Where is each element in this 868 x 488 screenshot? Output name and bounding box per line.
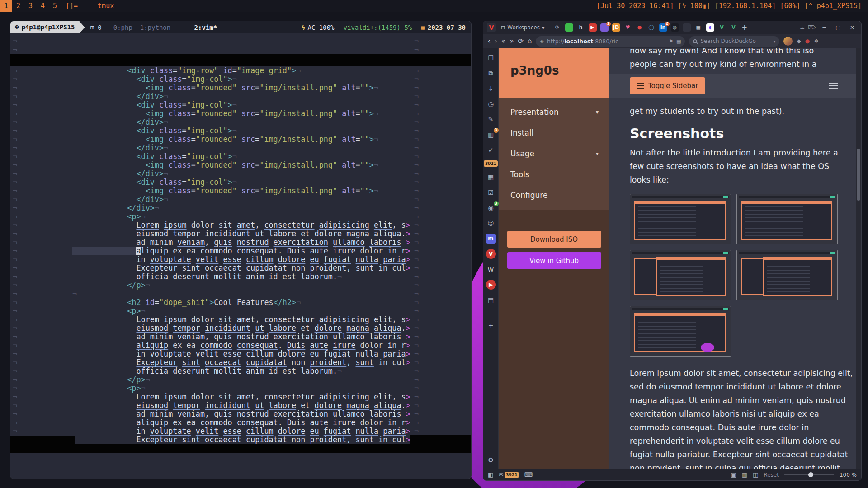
- sidebar-item-configure[interactable]: Configure: [499, 185, 609, 206]
- add-panel-icon[interactable]: +: [486, 320, 496, 330]
- tab-sync[interactable]: ⟳: [553, 23, 561, 32]
- mastodon-panel-icon[interactable]: m: [486, 234, 496, 244]
- screenshot-thumbnail[interactable]: [736, 250, 838, 300]
- settings-icon[interactable]: ⚙: [486, 455, 496, 465]
- youtube-panel-icon[interactable]: ▶: [486, 280, 496, 290]
- workspace-5[interactable]: 5: [49, 0, 61, 12]
- download-iso-button[interactable]: Download ISO: [507, 231, 601, 248]
- rewind-button[interactable]: «: [501, 37, 505, 45]
- zoom-reset-button[interactable]: Reset: [764, 472, 779, 478]
- vivaldi-social-panel-icon[interactable]: V: [486, 249, 496, 259]
- vivaldi-menu-button[interactable]: V: [487, 23, 496, 32]
- tab-orange-app[interactable]: jD: [612, 23, 620, 32]
- close-button[interactable]: ✕: [847, 24, 858, 31]
- fast-forward-button[interactable]: »: [509, 37, 514, 45]
- sync-icon[interactable]: ☁: [799, 24, 805, 31]
- zoom-slider[interactable]: [784, 474, 834, 475]
- url-path: :8080/ric: [593, 38, 618, 45]
- home-button[interactable]: ⌂: [528, 37, 532, 45]
- calendar-panel-icon[interactable]: ▦: [486, 172, 496, 182]
- menu-icon[interactable]: [829, 83, 838, 89]
- workspace-3[interactable]: 3: [24, 0, 37, 12]
- screenshot-thumbnail[interactable]: [630, 306, 731, 357]
- layout-indicator[interactable]: []=: [66, 2, 78, 10]
- mail-unread-count: 3921: [505, 472, 519, 478]
- capture-icon[interactable]: ▣: [731, 471, 736, 478]
- minimize-button[interactable]: ─: [819, 24, 830, 31]
- screenshot-thumbnail[interactable]: [630, 250, 731, 300]
- tab-vim-1[interactable]: V: [718, 23, 726, 32]
- profile-avatar[interactable]: [783, 37, 793, 46]
- site-permissions-icon[interactable]: ◈: [540, 38, 543, 44]
- page-scrollbar[interactable]: [856, 48, 861, 469]
- workspace-4[interactable]: 4: [37, 0, 49, 12]
- tab-blue-ring[interactable]: ◯: [647, 23, 656, 32]
- extension-icon-2[interactable]: ●: [805, 38, 810, 44]
- panel-toggle-icon[interactable]: ◧: [488, 471, 493, 478]
- reader-view-icon[interactable]: ▤: [676, 38, 681, 44]
- reload-button[interactable]: ⟳: [518, 37, 524, 45]
- sidebar-item-tools[interactable]: Tools: [499, 164, 609, 185]
- tasks-panel-icon[interactable]: ✓: [486, 145, 496, 155]
- notes-panel-icon[interactable]: ✎: [486, 114, 496, 124]
- tab-purple-app[interactable]: 1: [600, 23, 609, 32]
- wikipedia-panel-icon[interactable]: W: [486, 264, 496, 274]
- zoom-slider-knob[interactable]: [808, 472, 813, 477]
- screenshot-thumbnail[interactable]: [630, 194, 731, 244]
- workspace-1[interactable]: 1: [0, 0, 12, 12]
- sidebar-item-presentation[interactable]: Presentation▾: [499, 102, 609, 122]
- search-engine-dropdown-icon[interactable]: ▾: [773, 39, 775, 44]
- windows-panel-icon[interactable]: ⧉: [486, 68, 496, 78]
- tab-green-app[interactable]: [565, 23, 573, 32]
- toggle-sidebar-button[interactable]: Toggle Sidebar: [630, 77, 705, 94]
- maximize-button[interactable]: ▢: [833, 24, 844, 31]
- tab-red-dot[interactable]: ●: [636, 23, 644, 32]
- screenshot-thumbnail[interactable]: [736, 194, 838, 244]
- extension-icon-1[interactable]: ◆: [797, 38, 801, 44]
- workspace-2[interactable]: 2: [12, 0, 24, 12]
- mail-status[interactable]: ✉3921: [499, 472, 519, 478]
- scrollbar-thumb[interactable]: [857, 149, 860, 201]
- tmux-window-active[interactable]: 2:vim*: [194, 24, 217, 31]
- forward-button[interactable]: ›: [495, 37, 497, 45]
- extensions-button[interactable]: ❖: [814, 38, 819, 44]
- workspaces-button[interactable]: ⊡Workspaces▾: [499, 24, 547, 31]
- view-in-github-button[interactable]: View in Github: [507, 252, 601, 269]
- bookmarks-panel-icon[interactable]: ❐: [486, 53, 496, 63]
- trash-icon[interactable]: ⌦: [808, 24, 816, 31]
- downloads-panel-icon[interactable]: ↓: [486, 84, 496, 94]
- checklist-panel-icon[interactable]: ☑: [486, 188, 496, 197]
- new-tab-button[interactable]: +: [742, 23, 748, 32]
- tab-red-video[interactable]: ▶: [589, 23, 597, 32]
- tab-h[interactable]: h: [577, 23, 585, 32]
- tab-badge: 1: [606, 22, 611, 26]
- site-sidebar: p3ng0s Presentation▾InstallUsage▾ToolsCo…: [499, 48, 609, 469]
- history-panel-icon[interactable]: ◷: [486, 99, 496, 109]
- images-toggle-icon[interactable]: ▥: [742, 471, 747, 478]
- reading-list-panel-icon[interactable]: ▥3: [486, 130, 496, 140]
- tab-heart[interactable]: ♥: [624, 23, 632, 32]
- web-panel-icon[interactable]: ▤: [486, 295, 496, 305]
- tab-dark-1[interactable]: ◍: [671, 23, 679, 32]
- terminal-window[interactable]: ☻p4p1@p4p1XPS15 ⊞ 0 0:php 1:python- 2:vi…: [10, 21, 472, 479]
- feeds-panel-icon[interactable]: ◉3: [486, 203, 496, 213]
- vim-buffer[interactable]: ¬¬¬¬¬ <div class="img-row" id="image gri…: [10, 33, 471, 444]
- sidebar-item-usage[interactable]: Usage▾: [499, 143, 609, 164]
- bookmark-flag-icon[interactable]: ⚑: [669, 38, 673, 44]
- vim-line: ¬ <div class="img-col">¬¬: [10, 178, 471, 187]
- keyboard-icon[interactable]: ⌨: [524, 471, 533, 478]
- address-bar[interactable]: ◈ http://localhost:8080/ric ⚑ ▤: [536, 36, 685, 47]
- tmux-windows-inactive[interactable]: 0:php 1:python-: [113, 24, 175, 31]
- tab-vim-2[interactable]: V: [730, 23, 738, 32]
- tiling-icon[interactable]: ◫: [753, 471, 758, 478]
- search-field[interactable]: Search DuckDuckGo ▾: [689, 36, 779, 47]
- tab-dark-2[interactable]: [683, 23, 691, 32]
- tab-linkedin[interactable]: in2: [659, 23, 667, 32]
- mail-unread-badge[interactable]: 3921: [484, 160, 498, 167]
- contacts-panel-icon[interactable]: ☺: [486, 218, 496, 228]
- tab-proton[interactable]: ◖: [706, 23, 714, 32]
- tmux-session-badge[interactable]: ☻p4p1@p4p1XPS15: [10, 21, 85, 33]
- back-button[interactable]: ‹: [488, 37, 491, 45]
- tab-gray-grid[interactable]: ▦: [694, 23, 703, 32]
- sidebar-item-install[interactable]: Install: [499, 122, 609, 143]
